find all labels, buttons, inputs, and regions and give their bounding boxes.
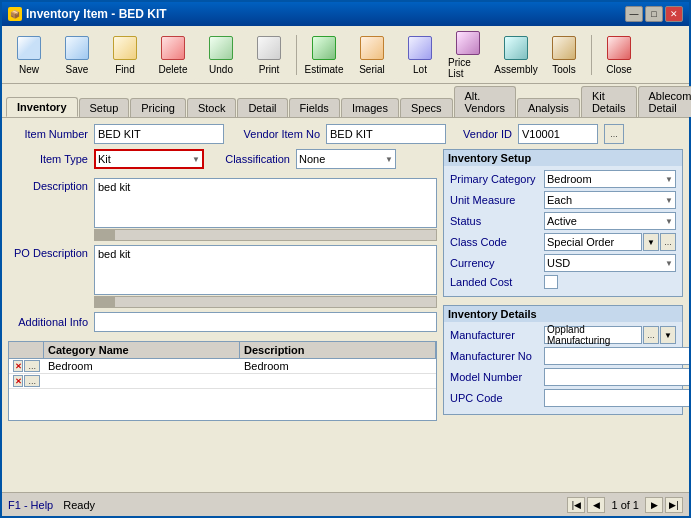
tab-fields[interactable]: Fields — [289, 98, 340, 117]
additional-info-input[interactable] — [94, 312, 437, 332]
tools-button[interactable]: Tools — [541, 30, 587, 80]
window-title: Inventory Item - BED KIT — [26, 7, 167, 21]
close-button[interactable]: Close — [596, 30, 642, 80]
new-button[interactable]: New — [6, 30, 52, 80]
delete-button[interactable]: Delete — [150, 30, 196, 80]
vendor-id-lookup-button[interactable]: … — [604, 124, 624, 144]
primary-category-select[interactable]: Bedroom ▼ — [544, 170, 676, 188]
manufacturer-select[interactable]: Oppland Manufacturing — [544, 326, 642, 344]
unit-measure-value: Each — [547, 194, 572, 206]
class-code-row: Class Code Special Order ▼ … — [450, 233, 676, 251]
tab-kit-details[interactable]: Kit Details — [581, 86, 637, 117]
vendor-item-no-input[interactable] — [326, 124, 446, 144]
class-code-select[interactable]: Special Order — [544, 233, 642, 251]
additional-info-label: Additional Info — [8, 316, 88, 328]
description-section: Description bed kit — [8, 178, 437, 241]
manufacturer-no-row: Manufacturer No — [450, 347, 676, 365]
nav-last-button[interactable]: ▶| — [665, 497, 683, 513]
manufacturer-no-label: Manufacturer No — [450, 350, 540, 362]
tab-inventory[interactable]: Inventory — [6, 97, 78, 117]
description-textarea[interactable]: bed kit — [94, 178, 437, 228]
landed-cost-checkbox[interactable] — [544, 275, 558, 289]
tab-alt-vendors[interactable]: Alt. Vendors — [454, 86, 516, 117]
manufacturer-label: Manufacturer — [450, 329, 540, 341]
estimate-button[interactable]: Estimate — [301, 30, 347, 80]
description-col: Description — [240, 342, 436, 358]
nav-next-button[interactable]: ▶ — [645, 497, 663, 513]
status-row: Status Active ▼ — [450, 212, 676, 230]
tools-label: Tools — [552, 64, 575, 75]
model-number-input[interactable] — [544, 368, 689, 386]
description-value: bed kit — [98, 181, 130, 193]
table-row-2: ✕ … — [9, 374, 436, 389]
tab-specs[interactable]: Specs — [400, 98, 453, 117]
tab-detail[interactable]: Detail — [237, 98, 287, 117]
row2-delete-button[interactable]: ✕ — [13, 375, 23, 387]
maximize-button[interactable]: □ — [645, 6, 663, 22]
description-scrollbar[interactable] — [94, 229, 437, 241]
manufacturer-arrow-btn[interactable]: … — [643, 326, 659, 344]
minimize-button[interactable]: — — [625, 6, 643, 22]
model-number-label: Model Number — [450, 371, 540, 383]
row2-more-button[interactable]: … — [24, 375, 40, 387]
vendor-id-input[interactable] — [518, 124, 598, 144]
assembly-button[interactable]: Assembly — [493, 30, 539, 80]
help-link[interactable]: F1 - Help — [8, 499, 53, 511]
classification-select[interactable]: None ▼ — [296, 149, 396, 169]
row1-category: Bedroom — [44, 359, 240, 373]
po-description-textarea[interactable]: bed kit — [94, 245, 437, 295]
currency-select[interactable]: USD ▼ — [544, 254, 676, 272]
class-code-value: Special Order — [547, 236, 614, 248]
left-panel: Item Type Kit ▼ Classification None ▼ De… — [8, 149, 437, 421]
estimate-label: Estimate — [305, 64, 344, 75]
row1-description: Bedroom — [240, 359, 436, 373]
manufacturer-lookup-btn[interactable]: ▼ — [660, 326, 676, 344]
po-description-section: PO Description bed kit — [8, 245, 437, 308]
description-label: Description — [8, 178, 88, 192]
price-list-button[interactable]: Price List — [445, 30, 491, 80]
vendor-id-label: Vendor ID — [452, 128, 512, 140]
po-description-input-area: bed kit — [94, 245, 437, 308]
undo-label: Undo — [209, 64, 233, 75]
new-icon — [15, 34, 43, 62]
item-type-label: Item Type — [8, 153, 88, 165]
tab-images[interactable]: Images — [341, 98, 399, 117]
row1-delete-button[interactable]: ✕ — [13, 360, 23, 372]
manufacturer-no-input[interactable] — [544, 347, 689, 365]
tab-pricing[interactable]: Pricing — [130, 98, 186, 117]
item-type-select[interactable]: Kit ▼ — [94, 149, 204, 169]
unit-measure-select[interactable]: Each ▼ — [544, 191, 676, 209]
nav-prev-button[interactable]: ◀ — [587, 497, 605, 513]
print-button[interactable]: Print — [246, 30, 292, 80]
find-icon — [111, 34, 139, 62]
toolbar-separator-2 — [591, 35, 592, 75]
tab-ablecommerce[interactable]: Ablecommerce Detail — [638, 86, 692, 117]
delete-label: Delete — [159, 64, 188, 75]
save-label: Save — [66, 64, 89, 75]
lot-icon — [406, 34, 434, 62]
primary-category-value: Bedroom — [547, 173, 592, 185]
class-code-arrow-btn[interactable]: ▼ — [643, 233, 659, 251]
lot-button[interactable]: Lot — [397, 30, 443, 80]
tab-setup[interactable]: Setup — [79, 98, 130, 117]
undo-button[interactable]: Undo — [198, 30, 244, 80]
save-button[interactable]: Save — [54, 30, 100, 80]
class-code-lookup-btn[interactable]: … — [660, 233, 676, 251]
status-select[interactable]: Active ▼ — [544, 212, 676, 230]
undo-icon — [207, 34, 235, 62]
find-button[interactable]: Find — [102, 30, 148, 80]
po-description-scrollbar[interactable] — [94, 296, 437, 308]
window-close-button[interactable]: ✕ — [665, 6, 683, 22]
item-number-input[interactable] — [94, 124, 224, 144]
upc-code-input[interactable] — [544, 389, 689, 407]
table-header: Category Name Description — [9, 342, 436, 359]
additional-info-row: Additional Info — [8, 312, 437, 332]
serial-button[interactable]: Serial — [349, 30, 395, 80]
item-number-row: Item Number Vendor Item No Vendor ID … — [8, 124, 683, 144]
row1-more-button[interactable]: … — [24, 360, 40, 372]
tab-stock[interactable]: Stock — [187, 98, 237, 117]
tab-analysis[interactable]: Analysis — [517, 98, 580, 117]
assembly-label: Assembly — [494, 64, 537, 75]
vendor-item-no-label: Vendor Item No — [230, 128, 320, 140]
nav-first-button[interactable]: |◀ — [567, 497, 585, 513]
